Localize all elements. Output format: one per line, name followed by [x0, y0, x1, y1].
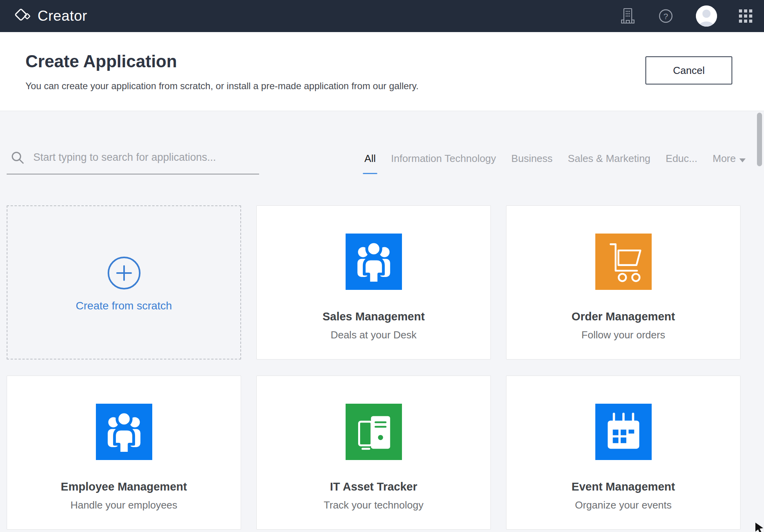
- organization-icon[interactable]: [620, 7, 636, 25]
- card-title: Employee Management: [7, 480, 241, 493]
- creator-brand[interactable]: Creator: [14, 8, 87, 24]
- create-from-scratch-label: Create from scratch: [76, 300, 172, 312]
- calendar-icon: [595, 404, 652, 460]
- app-card-sales-management[interactable]: Sales Management Deals at your Desk: [256, 205, 491, 359]
- card-subtitle: Organize your events: [506, 499, 740, 511]
- card-title: Sales Management: [257, 310, 490, 323]
- avatar[interactable]: [696, 5, 717, 27]
- gallery-content: All Information Technology Business Sale…: [0, 111, 764, 532]
- svg-text:?: ?: [663, 12, 668, 21]
- app-card-employee-management[interactable]: Employee Management Handle your employee…: [7, 376, 241, 530]
- tab-all[interactable]: All: [364, 153, 376, 174]
- plus-icon: [108, 257, 141, 289]
- tab-education[interactable]: Educ...: [666, 153, 697, 174]
- card-subtitle: Deals at your Desk: [257, 329, 490, 341]
- search-icon: [11, 151, 25, 165]
- search-box: [7, 141, 259, 174]
- chevron-down-icon: [739, 158, 746, 162]
- mouse-cursor: [755, 522, 764, 532]
- cart-icon: [595, 234, 652, 290]
- tab-information-technology[interactable]: Information Technology: [391, 153, 496, 174]
- help-icon[interactable]: ?: [658, 8, 674, 24]
- tab-business[interactable]: Business: [511, 153, 553, 174]
- people-icon: [346, 234, 402, 290]
- brand-name: Creator: [38, 8, 87, 24]
- cancel-button[interactable]: Cancel: [645, 56, 732, 84]
- card-subtitle: Handle your employees: [7, 499, 241, 511]
- card-subtitle: Follow your orders: [506, 329, 740, 341]
- apps-grid-icon[interactable]: [739, 9, 752, 23]
- create-from-scratch-card[interactable]: Create from scratch: [7, 205, 241, 359]
- app-card-it-asset-tracker[interactable]: IT Asset Tracker Track your technology: [256, 376, 491, 530]
- create-application-page: Creator ?: [0, 0, 764, 532]
- tab-sales-marketing[interactable]: Sales & Marketing: [568, 153, 650, 174]
- search-input[interactable]: [33, 151, 259, 164]
- tab-more[interactable]: More: [713, 153, 746, 174]
- more-label: More: [713, 153, 736, 165]
- creator-logo-icon: [14, 8, 32, 24]
- vertical-scrollbar-thumb[interactable]: [757, 113, 762, 166]
- app-card-order-management[interactable]: Order Management Follow your orders: [506, 205, 741, 359]
- app-card-event-management[interactable]: Event Management Organize your events: [506, 376, 741, 530]
- application-grid: Create from scratch: [7, 205, 741, 530]
- top-navbar: Creator ?: [0, 0, 764, 32]
- card-title: IT Asset Tracker: [257, 480, 490, 493]
- people-icon: [96, 404, 152, 460]
- card-subtitle: Track your technology: [257, 499, 490, 511]
- card-title: Order Management: [506, 310, 740, 323]
- page-header: Create Application You can create your a…: [0, 32, 764, 111]
- navbar-actions: ?: [620, 5, 752, 27]
- computer-icon: [346, 404, 402, 460]
- card-title: Event Management: [506, 480, 740, 493]
- category-tabs: All Information Technology Business Sale…: [364, 153, 746, 174]
- toolbar: All Information Technology Business Sale…: [7, 111, 741, 174]
